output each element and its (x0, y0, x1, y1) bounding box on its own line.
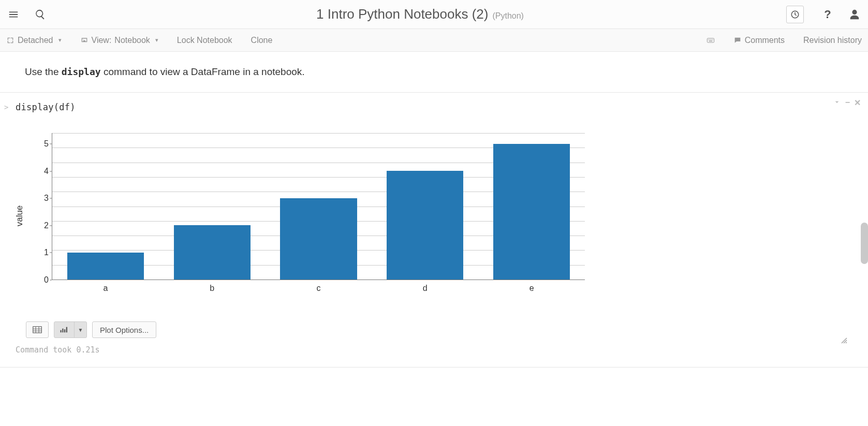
svg-rect-4 (711, 39, 711, 40)
chart-xtick-label: a (103, 284, 108, 293)
chart-ytick-label: 3 (40, 194, 49, 203)
table-view-button[interactable] (26, 321, 49, 338)
search-icon[interactable] (27, 0, 54, 29)
chart-bar[interactable] (67, 253, 144, 280)
chart-ytick-label: 5 (40, 139, 49, 149)
chart-bar-slot: b (159, 133, 266, 280)
chart-bar[interactable] (387, 171, 463, 280)
comments-label: Comments (745, 36, 785, 45)
chart-ytick-label: 0 (40, 275, 49, 285)
title-area: 1 Intro Python Notebooks (2) (Python) (54, 6, 786, 22)
scrollbar-thumb[interactable] (861, 223, 868, 264)
chart-xtick-label: e (529, 284, 534, 293)
md-text-post: command to view a DataFrame in a noteboo… (101, 66, 305, 77)
chart-bar-slot: d (372, 133, 478, 280)
svg-rect-2 (708, 39, 709, 40)
view-dropdown[interactable]: View: Notebook (80, 36, 158, 45)
command-status: Command took 0.21s (16, 345, 852, 355)
cell-run-chevron-icon[interactable] (833, 98, 841, 108)
cell-controls: − ✕ (833, 98, 861, 108)
markdown-cell: Use the display command to view a DataFr… (0, 52, 868, 92)
clone-button[interactable]: Clone (251, 36, 273, 45)
user-icon[interactable] (841, 0, 868, 29)
view-prefix: View: (92, 36, 112, 45)
notebook-title[interactable]: 1 Intro Python Notebooks (2) (316, 6, 488, 22)
detached-label: Detached (18, 36, 53, 45)
chart-ytick-label: 1 (40, 248, 49, 257)
top-header: 1 Intro Python Notebooks (2) (Python) ? (0, 0, 868, 29)
cell-minimize-icon[interactable]: − (845, 98, 850, 108)
lock-label: Lock Notebook (177, 36, 232, 45)
cell-close-icon[interactable]: ✕ (854, 98, 861, 108)
svg-rect-3 (710, 39, 710, 40)
chart-icon[interactable] (54, 322, 74, 337)
chart-xtick-label: b (210, 284, 214, 293)
chart-type-dropdown[interactable]: ▼ (74, 322, 86, 337)
cell-divider (0, 367, 868, 368)
clone-label: Clone (251, 36, 273, 45)
chart-bar[interactable] (174, 225, 251, 280)
chart-ytick-label: 2 (40, 221, 49, 230)
chart-bar-slot: c (266, 133, 372, 280)
schedule-button[interactable] (786, 6, 804, 23)
keyboard-shortcuts-icon[interactable] (707, 36, 715, 45)
help-icon[interactable]: ? (814, 0, 841, 29)
svg-rect-1 (707, 38, 714, 42)
plot-options-label: Plot Options... (100, 326, 149, 334)
md-code: display (62, 66, 101, 77)
svg-rect-7 (33, 327, 42, 333)
chart: value 012345 abcde (26, 133, 585, 299)
view-mode: Notebook (114, 36, 150, 45)
comments-button[interactable]: Comments (733, 36, 785, 45)
svg-rect-5 (712, 39, 713, 40)
chart-bar-slot: a (52, 133, 159, 280)
code-cell[interactable]: > − ✕ display(df) value 012345 abcde ▼ (0, 92, 868, 363)
menu-icon[interactable] (0, 0, 27, 29)
notebook-language: (Python) (492, 11, 523, 21)
chart-bar[interactable] (280, 198, 357, 280)
svg-rect-12 (61, 330, 62, 333)
secondary-toolbar: Detached View: Notebook Lock Notebook Cl… (0, 29, 868, 52)
svg-rect-13 (62, 329, 63, 333)
plot-options-button[interactable]: Plot Options... (92, 321, 156, 338)
chart-view-button[interactable]: ▼ (54, 321, 87, 338)
output-toolbar: ▼ Plot Options... (26, 321, 156, 338)
chart-bar-slot: e (478, 133, 585, 280)
chart-xtick-label: c (316, 284, 320, 293)
cell-collapse-toggle[interactable]: > (4, 103, 8, 111)
svg-rect-14 (64, 329, 65, 332)
chart-bar[interactable] (493, 144, 570, 280)
chart-ytick-label: 4 (40, 167, 49, 176)
plot-area: abcde (52, 133, 585, 280)
svg-rect-15 (66, 327, 67, 333)
chart-xtick-label: d (423, 284, 428, 293)
chart-ylabel: value (14, 205, 25, 227)
svg-rect-6 (709, 40, 712, 41)
md-text-pre: Use the (25, 66, 62, 77)
revision-history-button[interactable]: Revision history (803, 36, 862, 45)
lock-notebook-button[interactable]: Lock Notebook (177, 36, 232, 45)
code-content[interactable]: display(df) (16, 102, 852, 112)
revision-label: Revision history (803, 36, 862, 45)
resize-handle-icon[interactable] (841, 337, 847, 345)
detached-dropdown[interactable]: Detached (6, 36, 62, 45)
